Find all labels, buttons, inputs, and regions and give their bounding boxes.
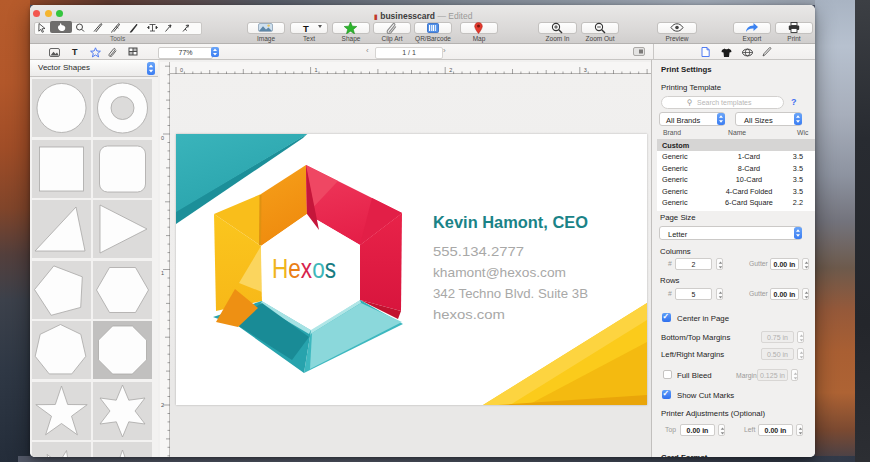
svg-text:khamont@hexos.com: khamont@hexos.com — [433, 265, 566, 280]
svg-text:0: 0 — [180, 67, 183, 73]
svg-text:2: 2 — [161, 402, 164, 408]
svg-text:Kevin Hamont, CEO: Kevin Hamont, CEO — [433, 213, 588, 231]
svg-text:342 Techno Blvd. Suite 3B: 342 Techno Blvd. Suite 3B — [433, 286, 588, 301]
svg-text:1: 1 — [315, 67, 318, 73]
svg-text:3: 3 — [584, 67, 587, 73]
svg-text:2: 2 — [449, 67, 452, 73]
svg-text:1: 1 — [161, 270, 164, 276]
svg-text:Hexos: Hexos — [272, 253, 336, 284]
svg-text:hexos.com: hexos.com — [433, 307, 505, 322]
svg-text:555.134.2777: 555.134.2777 — [433, 244, 524, 259]
svg-text:0: 0 — [161, 135, 164, 141]
